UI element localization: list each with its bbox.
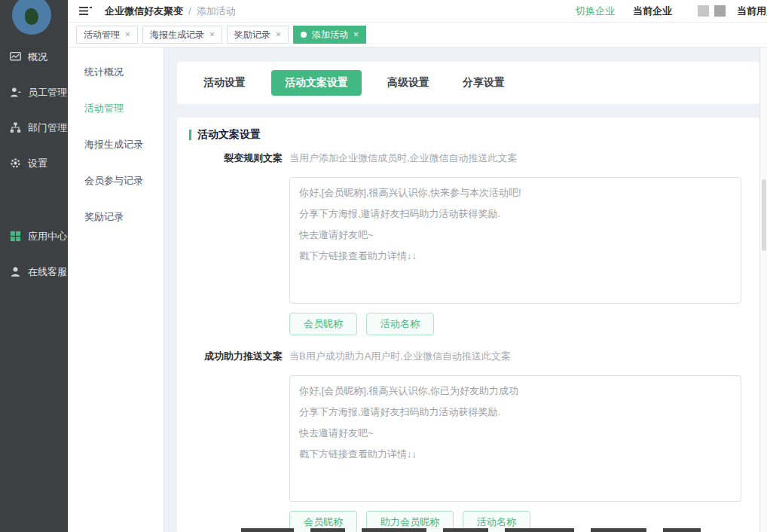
company-logo[interactable]	[12, 0, 51, 35]
topbar-right: 切换企业 当前企业 当前用户	[576, 5, 767, 18]
submenu-item-activity-management[interactable]: 活动管理	[68, 90, 163, 127]
tab-activity-management[interactable]: 活动管理 ×	[76, 26, 138, 44]
field-label: 成功助力推送文案	[189, 349, 283, 532]
customer-service-icon	[10, 266, 21, 277]
copy-settings-card: 活动文案设置 裂变规则文案 当用户添加企业微信成员时,企业微信自动推送此文案 你…	[177, 118, 759, 532]
tab-label: 奖励记录	[234, 29, 270, 41]
sidebar-item-label: 员工管理	[28, 86, 67, 99]
sidebar-item-label: 部门管理	[28, 121, 67, 135]
main-content: 活动设置 活动文案设置 高级设置 分享设置 活动文案设置 裂变规则文案 当用户添…	[164, 47, 767, 532]
tab-activity-copy-settings[interactable]: 活动文案设置	[271, 70, 362, 96]
field-label: 裂变规则文案	[189, 151, 283, 335]
employee-icon	[10, 87, 21, 98]
collapse-sidebar-icon[interactable]	[79, 5, 92, 17]
tab-poster-records[interactable]: 海报生成记录 ×	[142, 26, 222, 44]
overview-icon	[10, 51, 21, 63]
tab-advanced-settings[interactable]: 高级设置	[380, 70, 437, 96]
sidebar-item-overview[interactable]: 概况	[0, 39, 68, 75]
sidebar-item-label: 设置	[28, 157, 47, 170]
field-hint: 当B用户成功助力A用户时,企业微信自动推送此文案	[289, 349, 741, 364]
current-company-label: 当前企业	[633, 5, 672, 18]
sidebar-item-label: 在线客服	[28, 265, 67, 279]
tab-label: 活动管理	[84, 29, 120, 41]
field-body: 当B用户成功助力A用户时,企业微信自动推送此文案 你好,[会员昵称],很高兴认识…	[289, 349, 741, 532]
sidebar-item-employees[interactable]: 员工管理	[0, 75, 68, 110]
submenu-item-stats-overview[interactable]: 统计概况	[68, 54, 163, 90]
app-center-icon	[10, 231, 21, 242]
tab-close-icon[interactable]: ×	[125, 30, 130, 39]
member-nickname-button[interactable]: 会员昵称	[289, 313, 357, 335]
section-title: 活动文案设置	[189, 128, 759, 142]
activity-name-button[interactable]: 活动名称	[366, 313, 434, 335]
topbar: 企业微信好友聚变 / 添加活动 切换企业 当前企业 当前用户	[68, 0, 767, 23]
tab-label: 添加活动	[312, 29, 348, 41]
submenu-item-reward-records[interactable]: 奖励记录	[68, 199, 163, 235]
opened-tabs-strip: 活动管理 × 海报生成记录 × 奖励记录 × 添加活动 ×	[68, 23, 767, 47]
tab-reward-records[interactable]: 奖励记录 ×	[227, 26, 289, 44]
settings-icon	[10, 157, 21, 169]
fission-rule-copy-textarea[interactable]: 你好,[会员昵称],很高兴认识你,快来参与本次活动吧! 分享下方海报,邀请好友扫…	[289, 177, 741, 304]
department-icon	[10, 122, 21, 133]
primary-menu: 概况 员工管理 部门管理 设置	[0, 39, 68, 289]
tab-add-activity[interactable]: 添加活动 ×	[293, 26, 366, 44]
field-body: 当用户添加企业微信成员时,企业微信自动推送此文案 你好,[会员昵称],很高兴认识…	[289, 151, 741, 335]
assist-success-copy-field: 成功助力推送文案 当B用户成功助力A用户时,企业微信自动推送此文案 你好,[会员…	[189, 349, 759, 532]
active-dot-icon	[301, 32, 307, 38]
tab-close-icon[interactable]: ×	[353, 30, 359, 39]
vertical-scrollbar[interactable]	[759, 47, 767, 532]
company-avatar	[698, 5, 709, 17]
primary-sidebar: 概况 员工管理 部门管理 设置	[0, 0, 68, 532]
breadcrumb-current: 添加活动	[197, 5, 236, 18]
submenu-item-member-participation[interactable]: 会员参与记录	[68, 163, 163, 199]
tab-label: 海报生成记录	[150, 29, 204, 41]
current-user-label: 当前用户	[737, 5, 767, 18]
sidebar-item-customer-service[interactable]: 在线客服	[0, 254, 68, 289]
sidebar-item-label: 应用中心	[28, 230, 67, 243]
insert-variable-buttons: 会员昵称 活动名称	[289, 313, 741, 335]
scrollbar-thumb[interactable]	[762, 179, 766, 251]
app-window: 概况 员工管理 部门管理 设置	[0, 0, 767, 532]
submenu-item-poster-records[interactable]: 海报生成记录	[68, 127, 163, 163]
section-title-text: 活动文案设置	[197, 128, 261, 142]
settings-tabs-card: 活动设置 活动文案设置 高级设置 分享设置	[177, 62, 759, 104]
breadcrumb: 企业微信好友聚变 / 添加活动	[105, 5, 236, 18]
sidebar-item-label: 概况	[28, 50, 47, 64]
cutoff-content-strip	[241, 528, 701, 532]
switch-company-link[interactable]: 切换企业	[576, 5, 615, 18]
secondary-sidebar: 统计概况 活动管理 海报生成记录 会员参与记录 奖励记录	[68, 47, 164, 532]
logo-image	[25, 8, 38, 25]
tab-close-icon[interactable]: ×	[209, 30, 215, 39]
tab-close-icon[interactable]: ×	[276, 30, 281, 39]
breadcrumb-root[interactable]: 企业微信好友聚变	[105, 5, 183, 18]
tab-activity-settings[interactable]: 活动设置	[196, 70, 253, 96]
section-accent-bar	[189, 130, 191, 140]
sidebar-item-settings[interactable]: 设置	[0, 145, 68, 181]
breadcrumb-separator: /	[188, 5, 191, 17]
tab-share-settings[interactable]: 分享设置	[455, 70, 512, 96]
field-hint: 当用户添加企业微信成员时,企业微信自动推送此文案	[289, 151, 741, 166]
sidebar-item-departments[interactable]: 部门管理	[0, 110, 68, 145]
assist-success-copy-textarea[interactable]: 你好,[会员昵称],很高兴认识你,你已为好友助力成功 分享下方海报,邀请好友扫码…	[289, 375, 741, 502]
sidebar-item-app-center[interactable]: 应用中心	[0, 219, 68, 254]
user-avatar	[714, 5, 726, 17]
fission-rule-copy-field: 裂变规则文案 当用户添加企业微信成员时,企业微信自动推送此文案 你好,[会员昵称…	[189, 151, 759, 335]
